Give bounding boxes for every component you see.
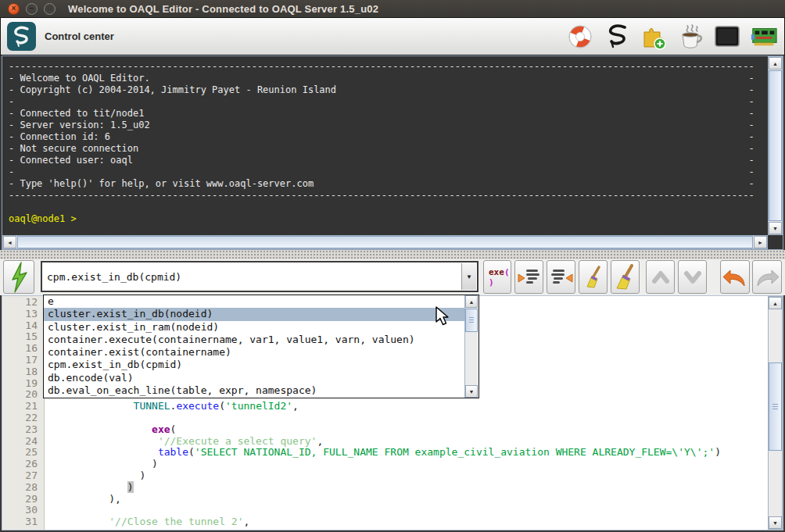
dropdown-item[interactable]: db.eval_on_each_line(table, expr, namesp… [44,384,464,397]
command-combobox[interactable]: ▼ [41,261,479,292]
scroll-down-arrow[interactable]: ▼ [769,516,782,529]
dropdown-item[interactable]: cluster.exist_in_db(nodeid) [44,308,464,320]
line-number-gutter: 1213141516171819202122232425262728293031 [2,296,45,530]
line-number: 29 [2,494,44,505]
format-left-icon [518,266,541,289]
scroll-down-arrow[interactable]: ▼ [465,385,478,398]
terminal-horizontal-scrollbar[interactable]: ◄ ► [2,235,768,249]
line-number: 24 [2,436,44,448]
splitter-handle[interactable] [0,250,785,259]
terminal-line: - Connected to tit/node1 - [9,108,761,120]
code-line: '//Close the tunnel 2', [48,516,767,528]
exe-close-paren: ) [489,277,494,287]
clean-button[interactable] [579,260,608,294]
terminal-line: - Type 'help()' for help, or visit www.o… [9,178,761,190]
terminal-line: - Not secure connection - [9,143,761,155]
dropdown-item[interactable]: container.exist(containername) [44,346,464,359]
terminal-line [9,202,761,213]
add-plugin-puzzle-icon[interactable] [640,22,668,52]
memory-card-icon[interactable] [750,22,778,52]
autocomplete-list: ecluster.exist_in_db(nodeid)cluster.exis… [44,295,464,398]
help-lifebuoy-icon[interactable] [566,22,594,52]
exe-wrap-button[interactable]: exe( ) [483,260,511,294]
terminal-line: - Welcome to OAQL Editor. - [9,73,761,84]
line-number: 23 [2,424,44,436]
terminal-line: - Copyright (c) 2004-2014, Jimmitry Paye… [9,84,761,96]
line-number: 16 [2,343,44,355]
terminal-line: - Connected user: oaql - [9,155,761,166]
minimize-button[interactable]: − [26,3,38,15]
move-down-button[interactable] [678,260,707,294]
maximize-button[interactable]: □ [44,3,56,15]
line-number: 18 [2,366,44,378]
line-number: 17 [2,355,44,366]
scroll-right-arrow[interactable]: ► [754,236,767,248]
format-indent-left-button[interactable] [514,260,543,294]
undo-button[interactable] [720,260,750,294]
scroll-left-arrow[interactable]: ◄ [3,236,16,248]
run-lightning-button[interactable] [3,260,34,294]
dropdown-item[interactable]: container.execute(containername, var1, v… [44,334,464,346]
dropdown-scroll-thumb[interactable] [465,309,478,332]
terminal-line: oaql@node1 > [9,213,761,225]
snake-symbol-icon[interactable] [603,22,631,52]
titlebar[interactable]: × − □ Welcome to OAQL Editor - Connected… [0,0,785,17]
line-number: 14 [2,320,44,332]
line-number: 30 [2,505,44,516]
move-up-button[interactable] [646,260,675,294]
scroll-up-arrow[interactable]: ▲ [769,57,782,70]
toolbar-title: Control center [45,30,114,42]
terminal-output: ----------------------------------------… [2,55,783,250]
dropdown-scrollbar[interactable]: ▲ ▼ [464,295,479,398]
code-line: ) [48,482,767,494]
main-toolbar: Control center [0,17,785,55]
dropdown-item[interactable]: e [44,295,464,308]
terminal-vertical-scrollbar[interactable]: ▲ ▼ [768,56,783,235]
code-line: ) [48,459,767,470]
terminal-line: ----------------------------------------… [9,190,761,202]
dropdown-item[interactable]: cpm.exist_in_db(cpmid) [44,359,464,371]
line-number: 12 [2,297,44,309]
dropdown-item[interactable]: cluster.exist_in_ram(nodeid) [44,321,464,334]
format-indent-right-button[interactable] [547,260,575,294]
combo-dropdown-arrow[interactable]: ▼ [461,263,476,290]
code-line: '//Execute a select query', [48,436,767,448]
terminal-line: - - [9,96,761,108]
terminal-vscroll-thumb[interactable] [769,70,782,221]
mouse-cursor [435,306,452,327]
broom-small-icon [583,266,604,289]
chevron-down-icon [681,266,704,288]
line-number: 19 [2,378,44,390]
dropdown-item[interactable]: db.encode(val) [44,372,464,384]
code-line: ) [48,470,767,482]
command-input[interactable] [42,262,461,291]
editor-vscroll-thumb[interactable] [769,362,782,451]
editor-vertical-scrollbar[interactable]: ▲ ▼ [768,296,783,530]
line-number: 21 [2,401,44,412]
code-line: exe( [48,424,767,436]
terminal-line: ----------------------------------------… [9,61,761,73]
line-number: 28 [2,482,44,494]
close-button[interactable]: × [8,3,20,15]
code-line: ), [48,494,767,505]
chevron-up-icon [649,266,672,288]
scroll-up-arrow[interactable]: ▲ [769,297,782,309]
line-number: 25 [2,447,44,459]
terminal-screen-icon[interactable] [713,22,741,52]
clean-all-button[interactable] [611,260,640,294]
code-line [48,412,767,424]
line-number: 22 [2,412,44,424]
exe-label: exe [489,267,504,277]
terminal-hscroll-thumb[interactable] [17,236,753,248]
exe-open-paren: ( [504,267,510,277]
format-right-icon [550,266,573,289]
code-line [48,505,767,516]
line-number: 26 [2,459,44,470]
scroll-down-arrow[interactable]: ▼ [769,222,782,234]
command-bar: ▼ exe( ) [0,259,785,295]
scroll-up-arrow[interactable]: ▲ [465,295,478,308]
code-line: table('SELECT NATIONAL_ID, FULL_NAME FRO… [48,447,767,459]
terminal-text: ----------------------------------------… [2,56,767,235]
redo-button[interactable] [752,260,782,294]
coffee-cup-icon[interactable] [676,22,704,52]
